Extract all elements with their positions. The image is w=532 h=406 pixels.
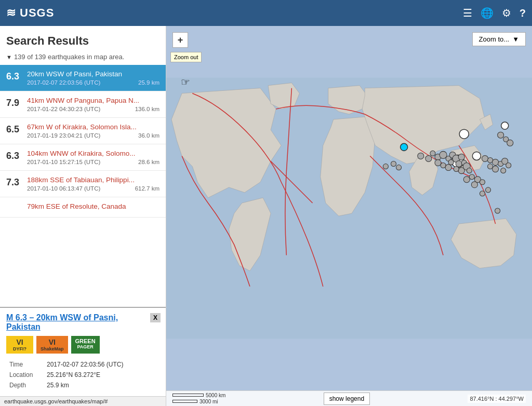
- scale-bar: 5000 km 3000 mi: [172, 393, 225, 405]
- svg-point-45: [396, 165, 402, 170]
- time-label: Time: [7, 360, 44, 369]
- app-header: ≋ USGS ☰ 🌐 ⚙ ?: [0, 0, 532, 26]
- svg-point-23: [435, 159, 441, 166]
- coordinates-display: 87.416°N : 44.297°W: [468, 395, 526, 403]
- eq-location: 41km WNW of Panguna, Papua N...: [27, 97, 159, 104]
- eq-location: 104km WNW of Kirakira, Solomo...: [27, 150, 159, 157]
- time-value: 2017-02-07 22:03:56 (UTC): [45, 360, 158, 369]
- show-legend-button[interactable]: show legend: [324, 393, 370, 405]
- svg-point-3: [472, 152, 481, 160]
- popup-badges: VI DYFI? VI ShakeMap GREEN PAGER: [6, 336, 159, 354]
- eq-time: 2017-02-07 22:03:56 (UTC): [27, 79, 100, 86]
- popup-close-button[interactable]: X: [150, 313, 161, 322]
- svg-point-35: [507, 140, 513, 146]
- popup-title[interactable]: M 6.3 – 20km WSW of Pasni, Pakistan: [6, 313, 159, 332]
- world-map[interactable]: [166, 26, 532, 390]
- usgs-logo-symbol: ≋: [6, 6, 16, 20]
- help-icon[interactable]: ?: [520, 7, 526, 19]
- map-controls: +: [172, 32, 188, 48]
- eq-details: 188km SSE of Tabiauan, Philippi... 2017-…: [27, 176, 159, 192]
- eq-depth: 612.7 km: [135, 185, 159, 192]
- zoom-to-button[interactable]: Zoom to... ▼: [472, 32, 526, 46]
- location-value: 25.216°N 63.272°E: [45, 370, 158, 380]
- eq-time: 2017-01-22 04:30:23 (UTC): [27, 106, 100, 112]
- sidebar-panel: Search Results ▼ 139 of 139 earthquakes …: [0, 26, 166, 406]
- scale-bar-inner: 5000 km 3000 mi: [172, 393, 225, 405]
- globe-icon[interactable]: 🌐: [481, 7, 494, 19]
- earthquake-list-item[interactable]: 6.3 20km WSW of Pasni, Pakistan 2017-02-…: [0, 65, 166, 91]
- svg-point-1: [401, 143, 408, 151]
- depth-label: Depth: [7, 381, 44, 390]
- map-area[interactable]: + ☞ Zoom out Zoom to... ▼: [166, 26, 532, 406]
- main-layout: Search Results ▼ 139 of 139 earthquakes …: [0, 26, 532, 406]
- scale-mi-line: 3000 mi: [172, 399, 225, 404]
- svg-point-14: [448, 159, 454, 165]
- shakemap-badge[interactable]: VI ShakeMap: [36, 336, 68, 354]
- eq-location: 67km W of Kirakira, Solomon Isla...: [27, 123, 159, 131]
- list-icon[interactable]: ☰: [463, 7, 472, 19]
- popup-info: Time 2017-02-07 22:03:56 (UTC) Location …: [6, 359, 159, 391]
- eq-meta: 2017-02-07 22:03:56 (UTC) 25.9 km: [27, 79, 159, 86]
- earthquake-list-item[interactable]: 6.5 67km W of Kirakira, Solomon Isla... …: [0, 118, 166, 144]
- eq-meta: 2017-01-22 04:30:23 (UTC) 136.0 km: [27, 106, 159, 112]
- scale-km-rule: [172, 394, 204, 397]
- svg-point-39: [463, 177, 470, 183]
- earthquake-list: 6.3 20km WSW of Pasni, Pakistan 2017-02-…: [0, 65, 166, 307]
- eq-magnitude: 6.5: [6, 124, 23, 135]
- svg-point-19: [458, 168, 464, 174]
- svg-point-46: [495, 208, 500, 213]
- earthquake-popup: M 6.3 – 20km WSW of Pasni, Pakistan X VI…: [0, 307, 166, 396]
- svg-point-5: [418, 153, 424, 159]
- map-bottom-bar: 5000 km 3000 mi show legend 87.416°N : 4…: [166, 390, 532, 406]
- pager-badge[interactable]: GREEN PAGER: [71, 336, 100, 354]
- eq-time: 2017-01-19 23:04:21 (UTC): [27, 132, 100, 139]
- earthquake-list-item[interactable]: 7.3 188km SSE of Tabiauan, Philippi... 2…: [0, 171, 166, 197]
- eq-location: 79km ESE of Resolute, Canada: [27, 202, 159, 210]
- svg-point-4: [459, 129, 469, 139]
- svg-point-22: [441, 163, 446, 168]
- eq-details: 79km ESE of Resolute, Canada: [27, 202, 159, 212]
- svg-point-25: [488, 157, 493, 163]
- svg-point-18: [467, 168, 472, 173]
- earthquake-list-item[interactable]: 6.3 104km WNW of Kirakira, Solomo... 201…: [0, 144, 166, 171]
- collapse-chevron[interactable]: ▼: [6, 54, 12, 60]
- eq-details: 104km WNW of Kirakira, Solomo... 2017-01…: [27, 150, 159, 165]
- scale-mi-rule: [172, 400, 197, 403]
- settings-icon[interactable]: ⚙: [502, 7, 511, 19]
- eq-depth: 36.0 km: [138, 132, 159, 139]
- svg-point-42: [480, 191, 485, 196]
- location-label: Location: [7, 370, 44, 380]
- zoom-in-button[interactable]: +: [172, 32, 188, 48]
- eq-time: 2017-01-10 15:27:15 (UTC): [27, 159, 100, 165]
- svg-point-21: [445, 165, 451, 171]
- eq-meta: 2017-01-10 06:13:47 (UTC) 612.7 km: [27, 185, 159, 192]
- earthquake-list-item[interactable]: 7.9 41km WNW of Panguna, Papua N... 2017…: [0, 91, 166, 118]
- zoom-to-chevron-icon: ▼: [512, 35, 519, 43]
- eq-location: 188km SSE of Tabiauan, Philippi...: [27, 176, 159, 184]
- eq-magnitude: 7.9: [6, 98, 23, 109]
- eq-time: 2017-01-10 06:13:47 (UTC): [27, 185, 100, 192]
- svg-point-6: [425, 155, 432, 161]
- usgs-logo-text: USGS: [20, 6, 54, 20]
- url-display: earthquake.usgs.gov/earthquakes/map/#: [4, 398, 108, 404]
- earthquake-list-item[interactable]: 79km ESE of Resolute, Canada: [0, 197, 166, 218]
- svg-point-32: [501, 168, 506, 173]
- depth-value: 25.9 km: [45, 381, 158, 390]
- status-bar: earthquake.usgs.gov/earthquakes/map/#: [0, 396, 166, 406]
- scale-km-line: 5000 km: [172, 393, 225, 398]
- svg-point-13: [458, 154, 464, 160]
- eq-details: 41km WNW of Panguna, Papua N... 2017-01-…: [27, 97, 159, 112]
- svg-point-40: [469, 174, 474, 180]
- results-count: ▼ 139 of 139 earthquakes in map area.: [0, 51, 166, 65]
- eq-details: 67km W of Kirakira, Solomon Isla... 2017…: [27, 123, 159, 139]
- eq-depth: 25.9 km: [138, 79, 159, 86]
- svg-point-31: [493, 166, 499, 172]
- svg-point-47: [501, 122, 509, 129]
- usgs-logo: ≋ USGS: [6, 6, 54, 20]
- svg-point-43: [383, 164, 388, 169]
- header-icon-group: ☰ 🌐 ⚙ ?: [463, 7, 526, 19]
- eq-meta: 2017-01-19 23:04:21 (UTC) 36.0 km: [27, 132, 159, 139]
- dyfi-badge[interactable]: VI DYFI?: [6, 336, 33, 354]
- svg-point-44: [391, 161, 396, 166]
- eq-magnitude: 6.3: [6, 71, 23, 82]
